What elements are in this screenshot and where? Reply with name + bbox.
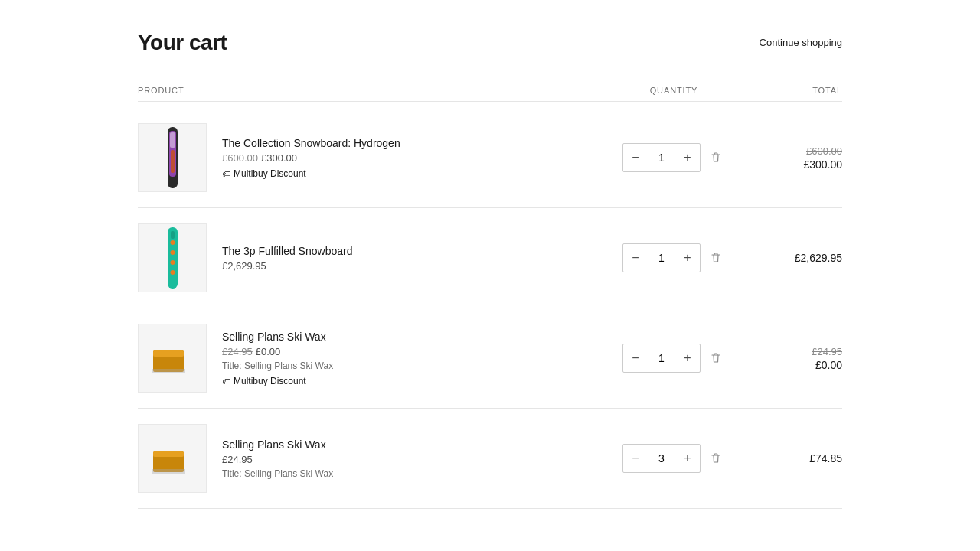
increase-quantity-button[interactable]: +: [675, 445, 700, 472]
delete-item-button[interactable]: [707, 349, 725, 367]
total-price: £300.00: [803, 158, 842, 171]
total-col: £2,629.95: [750, 252, 842, 264]
product-price: £24.95£0.00: [222, 346, 333, 357]
product-info: The 3p Fulfilled Snowboard£2,629.95: [222, 245, 352, 272]
product-col: Selling Plans Ski Wax£24.95£0.00Title: S…: [138, 324, 597, 393]
svg-point-5: [170, 240, 175, 245]
svg-rect-11: [153, 350, 184, 357]
page-container: Your cart Continue shopping PRODUCT QUAN…: [122, 0, 858, 540]
continue-shopping-button[interactable]: Continue shopping: [760, 37, 842, 48]
quantity-col: −+: [597, 344, 750, 373]
delete-item-button[interactable]: [707, 449, 725, 468]
trash-icon: [710, 152, 722, 164]
svg-rect-3: [171, 150, 175, 173]
svg-rect-12: [152, 369, 185, 373]
product-price: £2,629.95: [222, 260, 352, 272]
svg-rect-14: [153, 451, 184, 457]
page-title: Your cart: [138, 31, 227, 55]
table-header: PRODUCT QUANTITY TOTAL: [138, 80, 842, 102]
product-name: Selling Plans Ski Wax: [222, 439, 333, 451]
product-variant: Title: Selling Plans Ski Wax: [222, 468, 333, 479]
product-image: [138, 123, 207, 192]
increase-quantity-button[interactable]: +: [675, 244, 700, 272]
col-header-total: TOTAL: [750, 86, 842, 95]
product-price: £600.00£300.00: [222, 152, 400, 164]
trash-icon: [710, 252, 722, 264]
discount-badge: 🏷Multibuy Discount: [222, 376, 333, 386]
quantity-wrapper: −+: [622, 243, 701, 272]
quantity-col: −+: [597, 243, 750, 272]
product-image: [138, 324, 207, 393]
total-original-price: £600.00: [806, 145, 842, 157]
svg-rect-9: [171, 231, 175, 239]
product-info: The Collection Snowboard: Hydrogen£600.0…: [222, 137, 400, 179]
svg-point-6: [170, 250, 175, 255]
trash-icon: [710, 352, 722, 364]
decrease-quantity-button[interactable]: −: [623, 144, 648, 171]
product-info: Selling Plans Ski Wax£24.95£0.00Title: S…: [222, 331, 333, 386]
total-original-price: £24.95: [812, 346, 842, 357]
total-col: £24.95£0.00: [750, 346, 842, 371]
product-col: The 3p Fulfilled Snowboard£2,629.95: [138, 223, 597, 292]
col-header-product: PRODUCT: [138, 86, 597, 95]
cart-item: The Collection Snowboard: Hydrogen£600.0…: [138, 108, 842, 208]
quantity-col: −+: [597, 444, 750, 473]
decrease-quantity-button[interactable]: −: [623, 244, 648, 272]
product-name: Selling Plans Ski Wax: [222, 331, 333, 343]
product-col: The Collection Snowboard: Hydrogen£600.0…: [138, 123, 597, 192]
decrease-quantity-button[interactable]: −: [623, 344, 648, 372]
svg-point-7: [170, 260, 175, 265]
trash-icon: [710, 452, 722, 465]
delete-item-button[interactable]: [707, 249, 725, 267]
discount-label: Multibuy Discount: [234, 376, 306, 386]
quantity-col: −+: [597, 143, 750, 172]
product-variant: Title: Selling Plans Ski Wax: [222, 360, 333, 371]
cart-items-list: The Collection Snowboard: Hydrogen£600.0…: [138, 108, 842, 509]
increase-quantity-button[interactable]: +: [675, 344, 700, 372]
quantity-wrapper: −+: [622, 444, 701, 473]
discount-badge: 🏷Multibuy Discount: [222, 168, 400, 179]
cart-item: The 3p Fulfilled Snowboard£2,629.95−+ £2…: [138, 208, 842, 308]
total-price: £0.00: [815, 359, 842, 371]
cart-header: Your cart Continue shopping: [138, 31, 842, 55]
product-col: Selling Plans Ski Wax£24.95Title: Sellin…: [138, 424, 597, 493]
quantity-input[interactable]: [648, 344, 675, 372]
discount-label: Multibuy Discount: [234, 168, 306, 179]
product-image: [138, 424, 207, 493]
tag-icon: 🏷: [222, 377, 230, 386]
quantity-wrapper: −+: [622, 344, 701, 373]
decrease-quantity-button[interactable]: −: [623, 445, 648, 472]
delete-item-button[interactable]: [707, 148, 725, 167]
quantity-input[interactable]: [648, 144, 675, 171]
svg-rect-15: [152, 469, 185, 474]
total-col: £600.00£300.00: [750, 145, 842, 171]
quantity-input[interactable]: [648, 445, 675, 472]
increase-quantity-button[interactable]: +: [675, 144, 700, 171]
total-price: £2,629.95: [795, 252, 842, 264]
product-name: The 3p Fulfilled Snowboard: [222, 245, 352, 257]
tag-icon: 🏷: [222, 169, 230, 178]
col-header-quantity: QUANTITY: [597, 86, 750, 95]
quantity-wrapper: −+: [622, 143, 701, 172]
quantity-input[interactable]: [648, 244, 675, 272]
product-name: The Collection Snowboard: Hydrogen: [222, 137, 400, 149]
product-info: Selling Plans Ski Wax£24.95Title: Sellin…: [222, 439, 333, 479]
product-price: £24.95: [222, 454, 333, 465]
svg-point-8: [170, 270, 175, 275]
cart-item: Selling Plans Ski Wax£24.95£0.00Title: S…: [138, 308, 842, 409]
product-image: [138, 223, 207, 292]
svg-rect-2: [170, 132, 175, 148]
cart-item: Selling Plans Ski Wax£24.95Title: Sellin…: [138, 409, 842, 509]
total-price: £74.85: [809, 452, 842, 465]
total-col: £74.85: [750, 452, 842, 465]
